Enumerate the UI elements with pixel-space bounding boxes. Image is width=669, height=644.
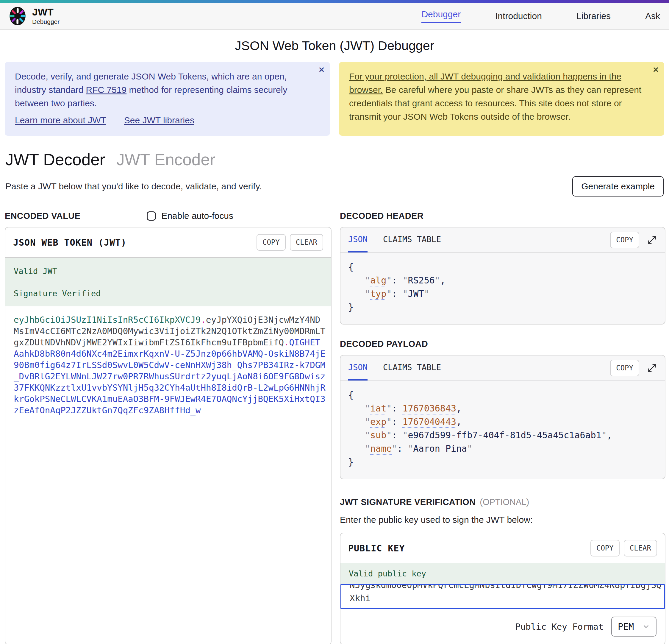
nav-item-introduction[interactable]: Introduction	[495, 11, 542, 21]
public-key-format-select[interactable]: PEM	[611, 617, 656, 636]
tab-claims-table[interactable]: CLAIMS TABLE	[383, 227, 441, 252]
json-row-typ: "typ": "JWT"	[348, 287, 657, 300]
nav-item-debugger[interactable]: Debugger	[422, 9, 461, 23]
token-header-segment: eyJhbGciOiJSUzI1NiIsInR5cCI6IkpXVCJ9	[14, 315, 201, 325]
public-key-card: PUBLIC KEY COPY CLEAR Valid public key N…	[340, 533, 666, 644]
public-key-header: PUBLIC KEY COPY CLEAR	[340, 533, 665, 563]
jwt-card-actions: COPY CLEAR	[257, 234, 323, 251]
json-value: e967d599-ffb7-404f-81d5-45a45c1a6ab1	[408, 430, 601, 440]
autofocus-group: Enable auto-focus	[147, 211, 233, 221]
json-value: RS256	[408, 275, 435, 285]
info-banners: ✕ Decode, verify, and generate JSON Web …	[0, 62, 669, 136]
tab-claims-table[interactable]: CLAIMS TABLE	[383, 355, 441, 380]
learn-more-link[interactable]: Learn more about JWT	[15, 113, 106, 127]
token-separator-dot: .	[284, 337, 289, 348]
clear-button[interactable]: CLEAR	[290, 234, 323, 251]
jwt-token-input[interactable]: eyJhbGciOiJSUzI1NiIsInR5cCI6IkpXVCJ9.eyJ…	[5, 306, 331, 424]
copy-button[interactable]: COPY	[610, 360, 639, 376]
public-key-textarea[interactable]: N5ygskdmO0e0pMVkPQrcmcEgMNbsItdIDYcwgT9M…	[340, 584, 665, 609]
colon: :	[392, 417, 397, 427]
quote: "	[402, 289, 408, 299]
public-key-line: FIz5yBnIK4d3+NC+Jq6Dcoapoe6T7Aro9QIDAQAB	[350, 605, 656, 609]
valid-public-key-status: Valid public key	[349, 569, 656, 578]
intro-banner-links: Learn more about JWT See JWT libraries	[15, 113, 320, 127]
copy-button[interactable]: COPY	[257, 234, 286, 251]
encoded-value-label: ENCODED VALUE	[5, 211, 80, 221]
chevron-down-icon	[642, 623, 650, 631]
json-open-brace: {	[348, 388, 657, 402]
autofocus-checkbox[interactable]	[147, 211, 156, 221]
tab-jwt-decoder[interactable]: JWT Decoder	[5, 150, 105, 169]
decoded-payload-actions: COPY	[610, 360, 657, 376]
json-key: exp	[370, 417, 386, 428]
quote: "	[365, 289, 370, 299]
rfc-7519-link[interactable]: RFC 7519	[86, 85, 127, 95]
public-key-title: PUBLIC KEY	[348, 543, 405, 554]
brand-title: JWT	[32, 7, 59, 17]
json-key: alg	[370, 275, 386, 286]
format-selected-value: PEM	[618, 621, 634, 632]
quote: "	[408, 443, 413, 454]
comma: ,	[456, 403, 461, 414]
decoded-header-card: JSON CLAIMS TABLE COPY { "alg": "RS256",…	[340, 227, 666, 324]
close-icon[interactable]: ✕	[318, 66, 325, 74]
mode-tabs: JWT Decoder JWT Encoder	[0, 150, 669, 169]
jwt-logo-icon	[8, 6, 27, 26]
nav-item-libraries[interactable]: Libraries	[577, 11, 611, 21]
brand-text: JWT Debugger	[32, 7, 59, 25]
decoded-header-actions: COPY	[610, 232, 657, 248]
autofocus-label: Enable auto-focus	[161, 211, 233, 221]
copy-button[interactable]: COPY	[590, 540, 620, 557]
json-key: name	[370, 443, 392, 454]
close-icon[interactable]: ✕	[653, 66, 659, 74]
spellcheck-underline: NC	[417, 606, 428, 609]
protection-banner-text: For your protection, all JWT debugging a…	[349, 70, 654, 123]
jwt-status-strip: Valid JWT Signature Verified	[5, 258, 331, 306]
protection-rest: Be careful where you paste or share JWTs…	[349, 85, 641, 122]
decoded-column: DECODED HEADER JSON CLAIMS TABLE COPY { …	[340, 210, 666, 644]
intro-banner: ✕ Decode, verify, and generate JSON Web …	[5, 62, 330, 136]
token-signature-segment: QIGHETAahkD8bR80n4d6NXc4m2EimxrKqxnV-U-Z…	[14, 337, 326, 415]
colon: :	[392, 275, 397, 285]
quote: "	[386, 417, 392, 427]
colon: :	[392, 430, 397, 440]
intro-banner-text: Decode, verify, and generate JSON Web To…	[15, 70, 320, 110]
decoder-subhead: Paste a JWT below that you'd like to dec…	[0, 176, 669, 196]
tab-json[interactable]: JSON	[348, 227, 368, 252]
decoder-columns: ENCODED VALUE Enable auto-focus JSON WEB…	[0, 210, 669, 644]
json-key: sub	[370, 430, 386, 441]
quote: "	[392, 443, 397, 454]
topbar: JWT Debugger Debugger Introduction Libra…	[0, 3, 669, 30]
json-value: JWT	[408, 289, 424, 299]
quote: "	[402, 430, 408, 440]
json-key: iat	[370, 403, 386, 415]
quote: "	[365, 275, 370, 285]
expand-icon[interactable]	[647, 235, 657, 245]
page-title: JSON Web Token (JWT) Debugger	[0, 38, 669, 53]
brand[interactable]: JWT Debugger	[8, 6, 59, 26]
tab-jwt-encoder[interactable]: JWT Encoder	[116, 150, 215, 169]
see-libraries-link[interactable]: See JWT libraries	[124, 113, 194, 127]
generate-example-button[interactable]: Generate example	[572, 176, 664, 196]
key-text: +Jq6Dcoapoe6T7Aro9QIDAQAB	[428, 606, 558, 609]
expand-icon[interactable]	[647, 363, 657, 373]
nav-item-ask[interactable]: Ask	[645, 11, 660, 21]
json-open-brace: {	[348, 260, 657, 274]
top-accent-bar	[0, 0, 669, 3]
public-key-line: N5ygskdmO0e0pMVkPQrcmcEgMNbsItdIDYcwgT9M…	[350, 584, 656, 592]
encoded-column: ENCODED VALUE Enable auto-focus JSON WEB…	[5, 210, 331, 644]
main-nav: Debugger Introduction Libraries Ask	[422, 9, 661, 23]
clear-button[interactable]: CLEAR	[624, 540, 657, 557]
quote: "	[365, 417, 370, 427]
quote: "	[365, 430, 370, 440]
quote: "	[386, 403, 392, 414]
json-row-sub: "sub": "e967d599-ffb7-404f-81d5-45a45c1a…	[348, 429, 657, 442]
format-row: Public Key Format PEM	[340, 609, 665, 644]
json-row-iat: "iat": 1767036843,	[348, 402, 657, 415]
tab-json[interactable]: JSON	[348, 355, 368, 380]
copy-button[interactable]: COPY	[610, 232, 639, 248]
quote: "	[386, 430, 392, 440]
json-key: typ	[370, 289, 386, 300]
protection-banner: ✕ For your protection, all JWT debugging…	[339, 62, 664, 136]
decoded-payload-card: JSON CLAIMS TABLE COPY { "iat": 17670368…	[340, 355, 666, 479]
